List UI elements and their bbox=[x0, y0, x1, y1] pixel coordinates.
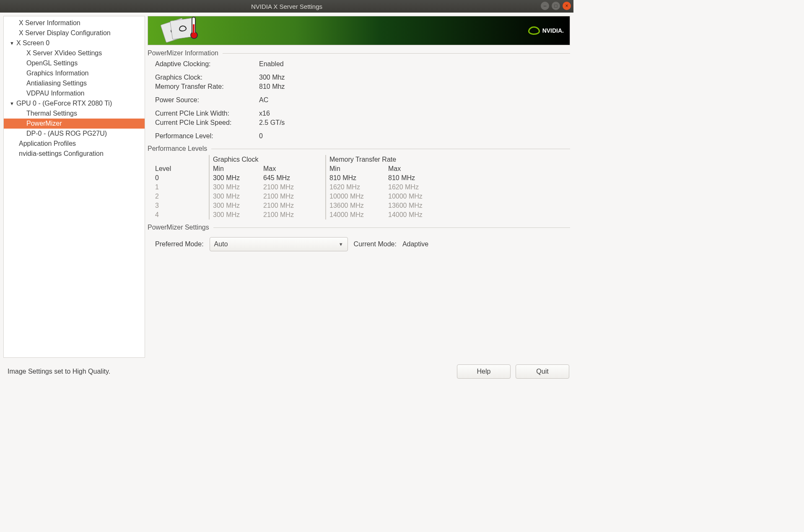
sidebar-item[interactable]: Graphics Information bbox=[4, 68, 145, 78]
sidebar-item[interactable]: X Server Information bbox=[4, 18, 145, 28]
select-value: Auto bbox=[214, 240, 228, 248]
column-separator bbox=[325, 192, 326, 201]
sidebar-item[interactable]: VDPAU Information bbox=[4, 88, 145, 98]
header-banner: NVIDIA. bbox=[148, 16, 570, 45]
sidebar-item[interactable]: PowerMizer bbox=[4, 119, 145, 129]
sidebar-item[interactable]: Application Profiles bbox=[4, 139, 145, 149]
divider bbox=[223, 53, 570, 54]
cell-gclock-max: 2100 MHz bbox=[263, 210, 322, 220]
sidebar-item[interactable]: ▼GPU 0 - (GeForce RTX 2080 Ti) bbox=[4, 98, 145, 108]
section-label: PowerMizer Information bbox=[148, 49, 218, 57]
content-area: X Server InformationX Server Display Con… bbox=[0, 13, 573, 361]
powermizer-info: Adaptive Clocking:Enabled Graphics Clock… bbox=[148, 59, 570, 141]
table-header: Min bbox=[329, 164, 388, 173]
sidebar-item[interactable]: X Server Display Configuration bbox=[4, 28, 145, 38]
sidebar-item[interactable]: DP-0 - (AUS ROG PG27U) bbox=[4, 129, 145, 139]
quit-button[interactable]: Quit bbox=[516, 364, 569, 379]
tree-expand-icon[interactable]: ▼ bbox=[10, 41, 16, 46]
sidebar-item[interactable]: X Server XVideo Settings bbox=[4, 48, 145, 58]
sidebar-item-label: PowerMizer bbox=[26, 120, 62, 127]
cell-memrate-min: 1620 MHz bbox=[329, 183, 388, 192]
info-label: Memory Transfer Rate: bbox=[155, 83, 259, 90]
info-value: 810 Mhz bbox=[259, 83, 285, 90]
maximize-button[interactable]: □ bbox=[552, 2, 560, 10]
table-row: 0300 MHz645 MHz810 MHz810 MHz bbox=[155, 173, 570, 183]
sidebar-item-label: OpenGL Settings bbox=[26, 59, 78, 67]
sidebar-item-label: VDPAU Information bbox=[26, 90, 84, 97]
table-header: Memory Transfer Rate bbox=[329, 155, 447, 164]
nvidia-logo-text: NVIDIA. bbox=[542, 27, 564, 34]
sidebar-item-label: DP-0 - (AUS ROG PG27U) bbox=[26, 130, 107, 137]
cell-memrate-max: 1620 MHz bbox=[388, 183, 447, 192]
window-controls: – □ × bbox=[541, 2, 571, 10]
performance-levels-table: Graphics Clock Memory Transfer Rate Leve… bbox=[148, 155, 570, 220]
info-label: Graphics Clock: bbox=[155, 74, 259, 81]
sidebar-item[interactable]: OpenGL Settings bbox=[4, 58, 145, 68]
info-label: Current PCIe Link Speed: bbox=[155, 119, 259, 127]
cell-memrate-min: 14000 MHz bbox=[329, 210, 388, 220]
status-text: Image Settings set to High Quality. bbox=[8, 368, 110, 375]
sidebar-item-label: X Server XVideo Settings bbox=[26, 49, 102, 57]
sidebar-item[interactable]: Thermal Settings bbox=[4, 108, 145, 119]
window-title: NVIDIA X Server Settings bbox=[251, 3, 322, 10]
thermometer-icon bbox=[190, 17, 197, 40]
table-header: Level bbox=[155, 164, 205, 173]
preferred-mode-label: Preferred Mode: bbox=[155, 240, 204, 248]
cell-memrate-max: 810 MHz bbox=[388, 173, 447, 183]
table-header: Min bbox=[213, 164, 263, 173]
cell-memrate-max: 14000 MHz bbox=[388, 210, 447, 220]
section-label: Performance Levels bbox=[148, 145, 207, 152]
column-separator bbox=[325, 164, 326, 173]
section-title-levels: Performance Levels bbox=[148, 145, 570, 152]
table-row: 1300 MHz2100 MHz1620 MHz1620 MHz bbox=[155, 183, 570, 192]
cell-gclock-max: 2100 MHz bbox=[263, 192, 322, 201]
info-value: x16 bbox=[259, 110, 270, 117]
table-header: Max bbox=[388, 164, 447, 173]
sidebar-item[interactable]: Antialiasing Settings bbox=[4, 78, 145, 88]
table-header: Max bbox=[263, 164, 322, 173]
column-separator bbox=[209, 201, 210, 210]
divider bbox=[211, 149, 570, 149]
nvidia-logo: NVIDIA. bbox=[528, 26, 564, 35]
section-title-settings: PowerMizer Settings bbox=[148, 224, 570, 231]
window: NVIDIA X Server Settings – □ × X Server … bbox=[0, 0, 573, 382]
table-row: 4300 MHz2100 MHz14000 MHz14000 MHz bbox=[155, 210, 570, 220]
cell-level: 0 bbox=[155, 173, 205, 183]
column-separator bbox=[325, 155, 326, 164]
current-mode-label: Current Mode: bbox=[354, 240, 397, 248]
cell-level: 2 bbox=[155, 192, 205, 201]
footer: Image Settings set to High Quality. Help… bbox=[0, 361, 573, 382]
cell-gclock-max: 2100 MHz bbox=[263, 201, 322, 210]
info-label: Current PCIe Link Width: bbox=[155, 110, 259, 117]
sidebar-item[interactable]: nvidia-settings Configuration bbox=[4, 149, 145, 159]
sidebar-item-label: Application Profiles bbox=[19, 140, 76, 147]
sidebar-item-label: Graphics Information bbox=[26, 70, 89, 77]
divider bbox=[213, 227, 570, 228]
column-separator bbox=[209, 210, 210, 220]
column-separator bbox=[325, 210, 326, 220]
cell-memrate-min: 810 MHz bbox=[329, 173, 388, 183]
cell-memrate-min: 10000 MHz bbox=[329, 192, 388, 201]
column-separator bbox=[209, 173, 210, 183]
cell-level: 4 bbox=[155, 210, 205, 220]
column-separator bbox=[209, 192, 210, 201]
cell-gclock-min: 300 MHz bbox=[213, 201, 263, 210]
tree-expand-icon[interactable]: ▼ bbox=[10, 101, 16, 106]
cell-gclock-min: 300 MHz bbox=[213, 192, 263, 201]
chevron-down-icon: ▼ bbox=[339, 242, 343, 247]
preferred-mode-select[interactable]: Auto ▼ bbox=[210, 237, 348, 251]
help-button[interactable]: Help bbox=[457, 364, 511, 379]
table-row: 3300 MHz2100 MHz13600 MHz13600 MHz bbox=[155, 201, 570, 210]
column-separator bbox=[209, 155, 210, 164]
minimize-button[interactable]: – bbox=[541, 2, 549, 10]
info-value: Enabled bbox=[259, 60, 284, 68]
section-label: PowerMizer Settings bbox=[148, 224, 209, 231]
info-value: 300 Mhz bbox=[259, 74, 285, 81]
column-separator bbox=[325, 173, 326, 183]
info-label: Power Source: bbox=[155, 96, 259, 104]
sidebar-item[interactable]: ▼X Screen 0 bbox=[4, 38, 145, 48]
sidebar-tree[interactable]: X Server InformationX Server Display Con… bbox=[3, 16, 145, 358]
close-button[interactable]: × bbox=[563, 2, 571, 10]
sidebar-item-label: X Server Display Configuration bbox=[19, 29, 111, 37]
table-header-group: Graphics Clock Memory Transfer Rate bbox=[155, 155, 570, 164]
